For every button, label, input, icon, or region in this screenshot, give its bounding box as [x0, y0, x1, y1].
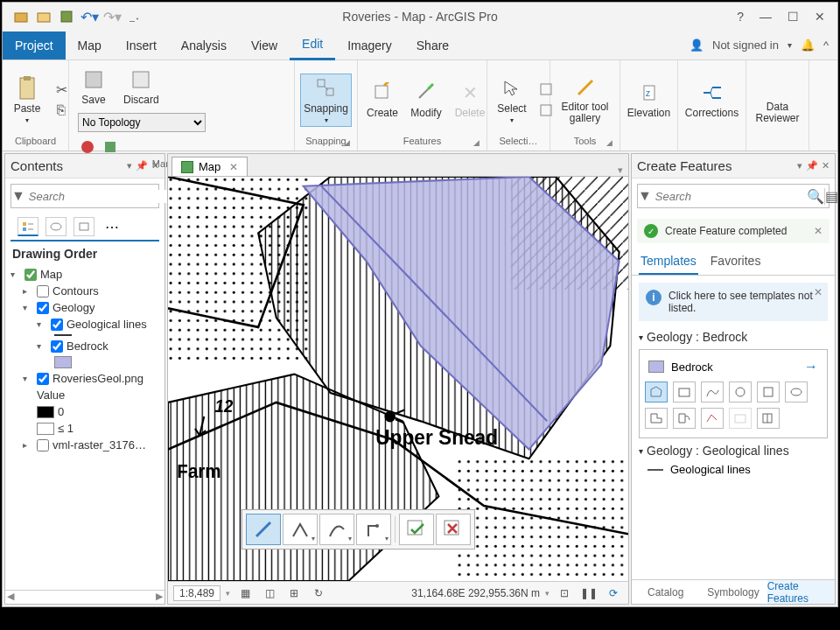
tree-contours[interactable]: ▸Contours	[9, 283, 161, 299]
data-reviewer-button[interactable]: Data Reviewer	[752, 74, 803, 126]
filter-icon[interactable]: ▼	[11, 188, 25, 204]
refresh-icon[interactable]: ⟳	[604, 584, 623, 603]
status-icon-3[interactable]: ⊞	[284, 584, 304, 603]
finish-button[interactable]	[399, 514, 434, 545]
tree-vml-raster[interactable]: ▸vml-raster_3176429	[9, 437, 161, 453]
arrow-right-icon[interactable]: →	[804, 359, 818, 374]
trace-tool[interactable]: ▾	[356, 514, 391, 545]
map-tab-close-icon[interactable]: ✕	[229, 161, 238, 173]
editor-tool-gallery-button[interactable]: Editor tool gallery	[556, 74, 614, 126]
list-by-source-icon[interactable]	[46, 217, 66, 236]
arc-tool[interactable]: ▾	[283, 514, 318, 545]
create-button[interactable]: Create	[363, 79, 402, 121]
contents-search[interactable]: ▼ 🔍	[10, 184, 159, 208]
cf-search[interactable]: ▼ 🔍 ▤	[637, 184, 830, 208]
ellipse-tool[interactable]	[785, 382, 808, 402]
tab-share[interactable]: Share	[404, 32, 461, 60]
corrections-button[interactable]: Corrections	[683, 79, 740, 121]
list-more-icon[interactable]: ⋯	[102, 217, 122, 236]
split-tool[interactable]	[757, 408, 780, 429]
circle-tool[interactable]	[729, 382, 752, 402]
tab-edit[interactable]: Edit	[290, 30, 335, 60]
cf-manage-templates-icon[interactable]: ▤	[824, 188, 837, 205]
autocomplete-freehand-tool[interactable]	[673, 408, 696, 429]
cf-search-icon[interactable]: 🔍	[807, 188, 824, 205]
minimize-icon[interactable]: —	[760, 10, 772, 24]
polygon-tool[interactable]	[645, 382, 668, 402]
curve-tool[interactable]: ▾	[319, 514, 354, 545]
cf-tab-templates[interactable]: Templates	[639, 248, 698, 275]
contents-search-input[interactable]	[25, 190, 180, 203]
list-by-selection-icon[interactable]	[74, 217, 94, 236]
map-view[interactable]: Upper Snead Farm 12 ▾ ▾ ▾	[168, 177, 628, 581]
cf-filter-icon[interactable]: ▼	[638, 188, 652, 204]
bottom-tab-create-features[interactable]: Create Features	[767, 580, 835, 604]
cf-lines-item[interactable]: Geological lines	[632, 459, 835, 480]
cf-pin-icon[interactable]: 📌	[806, 160, 818, 172]
cut-icon[interactable]: ✂	[52, 80, 71, 99]
scroll-right-icon[interactable]: ▶	[156, 591, 163, 604]
collapse-ribbon-icon[interactable]: ^	[823, 38, 829, 52]
tree-geology[interactable]: ▾Geology	[9, 299, 161, 316]
folder-icon[interactable]	[36, 9, 52, 24]
maximize-icon[interactable]: ☐	[788, 10, 799, 24]
status-icon-1[interactable]: ▦	[235, 584, 255, 603]
elevation-button[interactable]: zElevation	[626, 79, 672, 121]
cf-group-bedrock[interactable]: ▾Geology : Bedrock	[632, 328, 835, 346]
save-icon[interactable]	[59, 9, 74, 24]
tab-analysis[interactable]: Analysis	[169, 32, 239, 60]
signin-label[interactable]: Not signed in	[712, 38, 779, 52]
select-button[interactable]: Select▾	[493, 74, 531, 126]
list-by-drawing-icon[interactable]	[18, 217, 38, 236]
cf-msg-close-icon[interactable]: ✕	[814, 225, 822, 237]
tree-bedrock[interactable]: ▾Bedrock	[9, 338, 161, 354]
status-icon-2[interactable]: ◫	[260, 584, 279, 603]
undo-icon[interactable]: ↶▾	[81, 9, 97, 24]
rectangle-tool[interactable]	[673, 382, 696, 402]
stream-tool[interactable]	[729, 408, 752, 429]
cf-menu-icon[interactable]: ▾	[797, 160, 802, 172]
cf-search-input[interactable]	[652, 190, 807, 203]
snapping-button[interactable]: Snapping▾	[300, 74, 352, 127]
modify-button[interactable]: Modify	[407, 79, 445, 121]
tab-imagery[interactable]: Imagery	[335, 32, 404, 60]
scale-display[interactable]: 1:8,489	[173, 585, 220, 601]
tab-project[interactable]: Project	[3, 32, 66, 60]
coords-dropdown-icon[interactable]: ▾	[545, 589, 550, 598]
trace-tool-2[interactable]	[701, 408, 724, 429]
close-icon[interactable]: ✕	[815, 10, 825, 24]
save-edits-button[interactable]: Save	[74, 66, 113, 108]
help-icon[interactable]: ?	[737, 10, 744, 24]
tab-map[interactable]: Map	[66, 32, 114, 60]
pause-icon[interactable]: ❚❚	[579, 584, 598, 603]
cf-info-close-icon[interactable]: ✕	[814, 286, 822, 298]
bottom-tab-catalog[interactable]: Catalog	[632, 580, 699, 604]
tree-map[interactable]: ▾Map	[9, 266, 161, 283]
qat-dropdown-icon[interactable]: ⎯▾	[127, 9, 143, 24]
status-icon-4[interactable]: ↻	[309, 584, 328, 603]
status-icon-5[interactable]: ⊡	[555, 584, 574, 603]
redo-icon[interactable]: ↷▾	[104, 9, 120, 24]
line-tool[interactable]	[246, 514, 281, 545]
delete-button[interactable]: ✕Delete	[451, 79, 489, 121]
tree-geo-lines[interactable]: ▾Geological lines	[9, 316, 161, 332]
scroll-left-icon[interactable]: ◀	[7, 591, 14, 604]
notification-icon[interactable]: 🔔	[801, 38, 815, 52]
open-project-icon[interactable]	[13, 9, 29, 24]
topology-select[interactable]: No Topology	[78, 113, 206, 132]
freehand-tool[interactable]	[701, 382, 724, 402]
cf-close-icon[interactable]: ✕	[822, 160, 830, 172]
paste-button[interactable]: Paste▾	[8, 74, 46, 126]
discard-edits-button[interactable]: Discard	[118, 66, 164, 108]
cf-info-box[interactable]: i Click here to see templates not listed…	[639, 283, 828, 321]
tree-roveries-png[interactable]: ▾RoveriesGeol.png	[9, 370, 161, 387]
autocomplete-tool[interactable]	[645, 408, 668, 429]
square-tool[interactable]	[757, 382, 780, 402]
cf-tab-favorites[interactable]: Favorites	[709, 248, 763, 275]
map-tab[interactable]: Map✕	[172, 157, 248, 176]
scale-dropdown-icon[interactable]: ▾	[226, 589, 230, 598]
tab-view[interactable]: View	[239, 32, 290, 60]
tab-insert[interactable]: Insert	[114, 32, 169, 60]
copy-icon[interactable]: ⎘	[52, 101, 71, 120]
map-tab-dropdown-icon[interactable]: ▾	[612, 164, 628, 176]
